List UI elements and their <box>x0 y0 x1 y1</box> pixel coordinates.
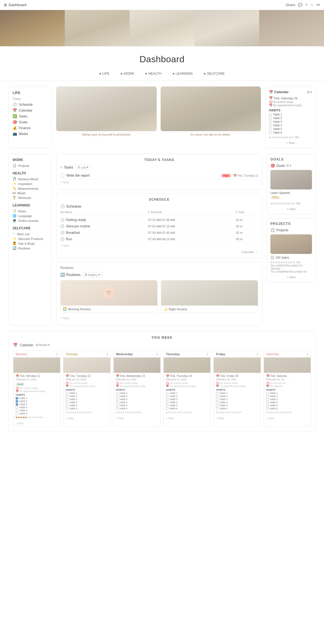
day-habit-saturday-1[interactable]: Habit 1 <box>266 392 308 395</box>
day-habit-check-wednesday-5[interactable] <box>116 404 118 407</box>
day-habit-monday-2[interactable]: Habit 2 <box>16 400 58 403</box>
day-habit-check-monday-4[interactable] <box>16 406 18 409</box>
nav-item-projects[interactable]: 📋 Projects <box>13 163 47 168</box>
day-new-friday[interactable]: + New <box>214 415 260 421</box>
day-habit-check-saturday-2[interactable] <box>266 395 269 398</box>
day-habit-check-tuesday-4[interactable] <box>66 401 68 404</box>
day-habit-wednesday-1[interactable]: Habit 1 <box>116 392 158 395</box>
day-habit-saturday-4[interactable]: Habit 4 <box>266 401 308 404</box>
day-habit-check-saturday-4[interactable] <box>266 401 269 404</box>
day-habit-thursday-5[interactable]: Habit 5 <box>166 404 208 407</box>
day-habit-monday-5[interactable]: Habit 5 <box>16 409 58 412</box>
help-icon[interactable]: ? <box>305 3 307 7</box>
day-habit-check-tuesday-1[interactable] <box>66 392 68 395</box>
day-new-tuesday[interactable]: + New <box>63 415 110 421</box>
day-habit-thursday-6[interactable]: Habit 6 <box>166 407 208 410</box>
nav-item-routines[interactable]: 🔄 Routines <box>13 246 47 251</box>
goals-view-icon[interactable]: ⊞ ▾ <box>286 164 291 167</box>
habit-check-4[interactable] <box>269 124 272 127</box>
habit-item-2[interactable]: Habit 2 <box>269 117 312 120</box>
calendar-new-button[interactable]: + New <box>269 141 312 145</box>
day-habit-check-wednesday-6[interactable] <box>116 407 118 410</box>
share-button[interactable]: Share <box>285 3 295 7</box>
day-habit-check-friday-3[interactable] <box>216 398 218 401</box>
nav-item-workout-music[interactable]: 🎵 Workout Music <box>13 177 47 181</box>
habit-check-5[interactable] <box>269 128 272 131</box>
routine-card-night[interactable]: 🌙 Night Routine <box>161 280 258 313</box>
life-item-finance[interactable]: 💰 Finance <box>13 125 47 131</box>
day-habit-tuesday-1[interactable]: Habit 1 <box>66 392 108 395</box>
day-habit-tuesday-4[interactable]: Habit 4 <box>66 401 108 404</box>
day-habit-friday-2[interactable]: Habit 2 <box>216 395 258 398</box>
day-habit-tuesday-6[interactable]: Habit 6 <box>66 407 108 410</box>
schedule-add-new[interactable]: + New <box>60 242 258 249</box>
day-habit-friday-3[interactable]: Habit 3 <box>216 398 258 401</box>
day-habit-check-wednesday-3[interactable] <box>116 398 118 401</box>
day-habit-monday-4[interactable]: Habit 4 <box>16 406 58 409</box>
nav-item-skincare-products[interactable]: ✨ Skincare Products <box>13 236 47 241</box>
projects-new-button[interactable]: + New <box>270 275 312 279</box>
day-habit-thursday-2[interactable]: Habit 2 <box>166 395 208 398</box>
habit-item-4[interactable]: Habit 4 <box>269 124 312 127</box>
tab-learning[interactable]: LEARNING <box>173 72 193 76</box>
routines-add-new[interactable]: + New <box>60 315 258 321</box>
nav-item-hair-body[interactable]: 💆 Hair & Body <box>13 241 47 246</box>
habit-check-2[interactable] <box>269 117 272 120</box>
nav-item-workouts[interactable]: 🏋 Workouts <box>13 195 47 200</box>
tab-health[interactable]: HEALTH <box>145 72 161 76</box>
day-habit-check-wednesday-1[interactable] <box>116 392 118 395</box>
tab-work[interactable]: WORK <box>121 72 134 76</box>
nav-item-wish-list[interactable]: ♡ Wish List <box>13 232 47 236</box>
day-habit-check-friday-2[interactable] <box>216 395 218 398</box>
nav-item-meals[interactable]: 🍽 Meals <box>13 191 47 195</box>
day-new-saturday[interactable]: + New <box>264 415 311 421</box>
day-habit-check-wednesday-4[interactable] <box>116 401 118 404</box>
day-new-monday[interactable]: + New <box>13 420 60 426</box>
habit-item-3[interactable]: Habit 3 <box>269 120 312 123</box>
day-habit-check-friday-1[interactable] <box>216 392 218 395</box>
day-habit-wednesday-6[interactable]: Habit 6 <box>116 407 158 410</box>
routines-gallery-toggle[interactable]: ⊞ Gallery ▾ <box>83 272 102 277</box>
day-habit-wednesday-5[interactable]: Habit 5 <box>116 404 158 407</box>
tab-life[interactable]: LIFE <box>99 72 109 76</box>
day-habit-saturday-3[interactable]: Habit 3 <box>266 398 308 401</box>
life-item-media[interactable]: 📺 Media <box>13 131 47 137</box>
day-habit-check-saturday-1[interactable] <box>266 392 269 395</box>
calculate-button[interactable]: Calculate → <box>60 250 258 254</box>
day-habit-check-friday-4[interactable] <box>216 401 218 404</box>
day-habit-check-monday-1[interactable] <box>16 397 18 400</box>
day-habit-monday-6[interactable]: Habit 6 <box>16 412 58 415</box>
day-habit-check-saturday-5[interactable] <box>266 404 269 407</box>
day-habit-saturday-5[interactable]: Habit 5 <box>266 404 308 407</box>
habit-check-6[interactable] <box>269 131 272 134</box>
life-item-schedule[interactable]: 🕐 Schedule <box>13 102 47 107</box>
day-habit-thursday-4[interactable]: Habit 4 <box>166 401 208 404</box>
star-icon[interactable]: ☆ <box>310 3 313 7</box>
day-habit-check-wednesday-2[interactable] <box>116 395 118 398</box>
routine-card-morning[interactable]: ♡ 🌅 Morning Routine <box>60 280 158 313</box>
day-habit-monday-1[interactable]: Habit 1 <box>16 397 58 400</box>
nav-item-notes[interactable]: 📝 Notes <box>13 209 47 213</box>
week-view-toggle[interactable]: ⊞ Board ▾ <box>36 343 50 347</box>
habit-check-3[interactable] <box>269 121 272 123</box>
day-habit-thursday-3[interactable]: Habit 3 <box>166 398 208 401</box>
day-habit-check-monday-3[interactable] <box>16 403 18 406</box>
day-habit-wednesday-4[interactable]: Habit 4 <box>116 401 158 404</box>
day-habit-check-tuesday-6[interactable] <box>66 407 68 410</box>
nav-item-measurements[interactable]: 📏 Measurements <box>13 186 47 191</box>
nav-item-language[interactable]: 🌐 Language <box>13 213 47 218</box>
goals-new-button[interactable]: + New <box>270 207 312 211</box>
day-habit-check-monday-6[interactable] <box>16 412 18 415</box>
task-check-1[interactable] <box>60 174 64 177</box>
day-habit-tuesday-3[interactable]: Habit 3 <box>66 398 108 401</box>
day-habit-check-thursday-6[interactable] <box>166 407 168 410</box>
day-habit-tuesday-2[interactable]: Habit 2 <box>66 395 108 398</box>
life-item-tasks[interactable]: ✅ Tasks <box>13 113 47 119</box>
life-item-goals[interactable]: 🎯 Goals <box>13 119 47 125</box>
day-habit-wednesday-3[interactable]: Habit 3 <box>116 398 158 401</box>
day-habit-check-monday-5[interactable] <box>16 409 18 412</box>
calendar-view-toggle[interactable]: ⊞ ▾ <box>307 90 312 94</box>
day-habit-check-monday-2[interactable] <box>16 400 18 403</box>
day-habit-check-tuesday-5[interactable] <box>66 404 68 407</box>
day-habit-wednesday-2[interactable]: Habit 2 <box>116 395 158 398</box>
